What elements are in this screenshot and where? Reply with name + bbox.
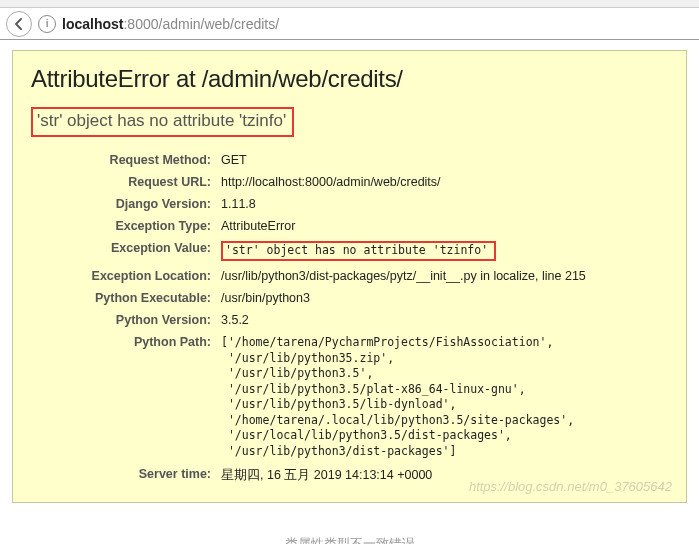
- meta-label: Python Version:: [31, 309, 221, 331]
- meta-value: ['/home/tarena/PycharmProjects/FishAssoc…: [221, 331, 668, 463]
- meta-value: AttributeError: [221, 215, 668, 237]
- meta-label: Python Executable:: [31, 287, 221, 309]
- table-row: Django Version: 1.11.8: [31, 193, 668, 215]
- meta-label: Request URL:: [31, 171, 221, 193]
- python-path-list: ['/home/tarena/PycharmProjects/FishAssoc…: [221, 335, 668, 459]
- error-summary: AttributeError at /admin/web/credits/ 's…: [12, 50, 687, 503]
- meta-label: Exception Value:: [31, 237, 221, 265]
- url-port: :8000: [123, 16, 158, 32]
- meta-label: Python Path:: [31, 331, 221, 463]
- table-row: Request Method: GET: [31, 149, 668, 171]
- url-host: localhost: [62, 16, 123, 32]
- browser-tab-strip: [0, 0, 699, 8]
- site-info-icon[interactable]: i: [38, 15, 56, 33]
- meta-value: 3.5.2: [221, 309, 668, 331]
- arrow-left-icon: [12, 17, 26, 31]
- meta-value: GET: [221, 149, 668, 171]
- meta-label: Server time:: [31, 463, 221, 488]
- error-title: AttributeError at /admin/web/credits/: [31, 65, 668, 93]
- meta-value: /usr/bin/python3: [221, 287, 668, 309]
- meta-label: Django Version:: [31, 193, 221, 215]
- table-row: Server time: 星期四, 16 五月 2019 14:13:14 +0…: [31, 463, 668, 488]
- table-row: Python Path: ['/home/tarena/PycharmProje…: [31, 331, 668, 463]
- meta-label: Request Method:: [31, 149, 221, 171]
- table-row: Exception Value: 'str' object has no att…: [31, 237, 668, 265]
- page-content: AttributeError at /admin/web/credits/ 's…: [0, 40, 699, 521]
- url-display[interactable]: localhost:8000/admin/web/credits/: [62, 16, 279, 32]
- meta-value: 星期四, 16 五月 2019 14:13:14 +0000: [221, 463, 668, 488]
- table-row: Python Executable: /usr/bin/python3: [31, 287, 668, 309]
- meta-value: 'str' object has no attribute 'tzinfo': [221, 237, 668, 265]
- meta-value: http://localhost:8000/admin/web/credits/: [221, 171, 668, 193]
- request-meta-table: Request Method: GET Request URL: http://…: [31, 149, 668, 488]
- exception-value-highlight: 'str' object has no attribute 'tzinfo': [221, 241, 496, 261]
- image-caption: 类属性类型不一致错误: [0, 521, 699, 544]
- address-bar: i localhost:8000/admin/web/credits/: [0, 8, 699, 40]
- url-path: /admin/web/credits/: [159, 16, 280, 32]
- back-button[interactable]: [6, 11, 32, 37]
- error-message-highlight: 'str' object has no attribute 'tzinfo': [31, 107, 294, 137]
- table-row: Request URL: http://localhost:8000/admin…: [31, 171, 668, 193]
- meta-value: 1.11.8: [221, 193, 668, 215]
- meta-value: /usr/lib/python3/dist-packages/pytz/__in…: [221, 265, 668, 287]
- table-row: Exception Type: AttributeError: [31, 215, 668, 237]
- table-row: Exception Location: /usr/lib/python3/dis…: [31, 265, 668, 287]
- meta-label: Exception Location:: [31, 265, 221, 287]
- table-row: Python Version: 3.5.2: [31, 309, 668, 331]
- meta-label: Exception Type:: [31, 215, 221, 237]
